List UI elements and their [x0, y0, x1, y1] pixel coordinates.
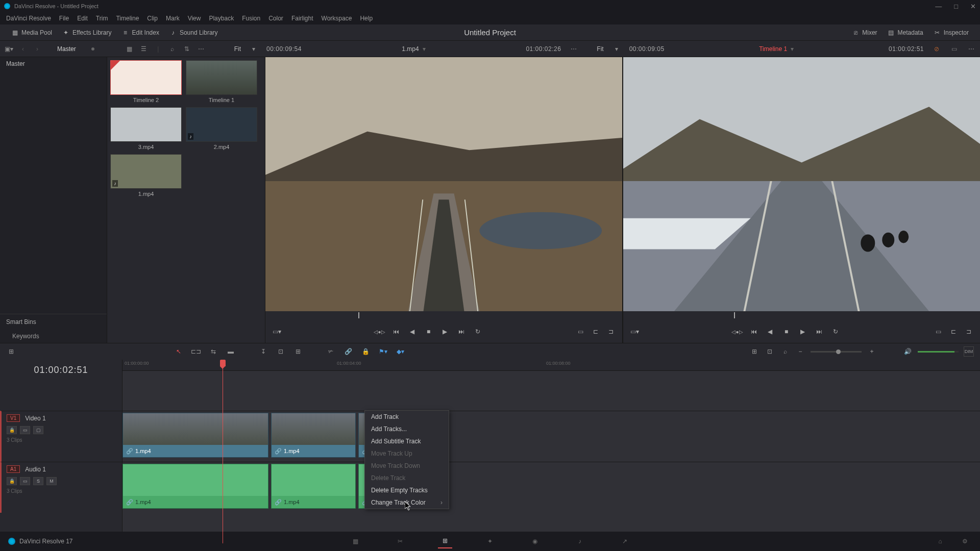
effects-library-button[interactable]: ✦ Effects Library — [57, 27, 116, 38]
overwrite-icon[interactable]: ⊡ — [276, 346, 286, 357]
source-scrubber[interactable] — [265, 311, 622, 320]
last-frame-icon[interactable]: ⏭ — [814, 327, 824, 337]
menu-clip[interactable]: Clip — [143, 15, 162, 22]
media-pool-button[interactable]: ▦ Media Pool — [6, 27, 57, 38]
menu-fusion[interactable]: Fusion — [238, 15, 264, 22]
disable-track-icon[interactable]: ▢ — [33, 426, 43, 434]
selection-tool-icon[interactable]: ↖ — [174, 346, 184, 357]
mark-in-icon[interactable]: ⊏ — [948, 327, 959, 337]
context-menu-item[interactable]: Add Subtitle Track — [365, 435, 449, 447]
audio-track-lane[interactable]: 🔗1.mp4🔗1.mp4🔗1.mp4 — [122, 462, 980, 510]
timeline-ruler[interactable]: 01:00:00:00 01:00:04:00 01:00:08:00 — [122, 360, 980, 371]
dim-button[interactable]: DIM — [964, 346, 974, 357]
menu-mark[interactable]: Mark — [162, 15, 184, 22]
program-viewer-image[interactable] — [623, 57, 980, 311]
zoom-full-icon[interactable]: ⊡ — [765, 346, 775, 357]
media-item[interactable]: Timeline 1 — [186, 60, 257, 103]
more-icon[interactable]: ⋯ — [197, 44, 206, 54]
mute-icon[interactable]: M — [46, 477, 57, 485]
mark-out-icon[interactable]: ⊐ — [964, 327, 974, 337]
smart-bins-header[interactable]: Smart Bins — [0, 314, 107, 330]
back-button[interactable]: ‹ — [18, 44, 28, 54]
video-track-lane[interactable]: 🔗1.mp4🔗1.mp4🔗1.mp4 — [122, 411, 980, 459]
volume-icon[interactable]: 🔊 — [902, 346, 913, 357]
metadata-button[interactable]: ▤ Metadata — [883, 27, 928, 38]
search-icon[interactable]: ⌕ — [168, 44, 177, 54]
stop-icon[interactable]: ■ — [424, 327, 434, 337]
context-menu-item[interactable]: Delete Empty Tracks — [365, 484, 449, 496]
menu-workspace[interactable]: Workspace — [317, 15, 356, 22]
zoom-in-icon[interactable]: + — [867, 346, 877, 357]
bypass-icon[interactable]: ⊘ — [932, 44, 941, 54]
program-fit-dropdown[interactable]: ▾ — [612, 44, 621, 54]
home-icon[interactable]: ⌂ — [933, 534, 947, 548]
loop-icon[interactable]: ↻ — [830, 327, 841, 337]
list-view-icon[interactable]: ☰ — [139, 44, 149, 54]
context-menu-item[interactable]: Add Tracks... — [365, 423, 449, 435]
volume-slider[interactable] — [918, 351, 959, 353]
menu-davinci[interactable]: DaVinci Resolve — [2, 15, 55, 22]
forward-button[interactable]: › — [33, 44, 42, 54]
context-menu-item[interactable]: Add Track — [365, 411, 449, 423]
video-track-header[interactable]: V1 Video 1 🔒 ▭ ▢ 3 Clips — [0, 411, 122, 462]
next-clip-icon[interactable]: ⏭ — [456, 327, 467, 337]
menu-view[interactable]: View — [184, 15, 205, 22]
source-fit[interactable]: Fit — [234, 45, 241, 53]
match-frame-icon[interactable]: ▭ — [575, 327, 585, 337]
master-bin[interactable]: Master — [0, 57, 107, 70]
replace-icon[interactable]: ⊞ — [293, 346, 303, 357]
settings-icon[interactable]: ⚙ — [958, 534, 972, 548]
mark-in-icon[interactable]: ⊏ — [591, 327, 601, 337]
menu-edit[interactable]: Edit — [73, 15, 92, 22]
mixer-button[interactable]: ⎚ Mixer — [847, 27, 882, 38]
menu-fairlight[interactable]: Fairlight — [287, 15, 317, 22]
blade-edit-icon[interactable]: ✃ — [326, 346, 336, 357]
match-frame-icon[interactable]: ▭ — [933, 327, 943, 337]
play-icon[interactable]: ▶ — [798, 327, 808, 337]
keywords-bin[interactable]: Keywords — [0, 330, 107, 343]
audio-track-badge[interactable]: A1 — [7, 465, 20, 473]
dynamic-trim-icon[interactable]: ⇆ — [208, 346, 218, 357]
audio-clip[interactable]: 🔗1.mp4 — [271, 464, 356, 509]
inspector-button[interactable]: ✂ Inspector — [928, 27, 974, 38]
menu-help[interactable]: Help — [356, 15, 377, 22]
loop-icon[interactable]: ↻ — [473, 327, 483, 337]
blade-tool-icon[interactable]: ▬ — [226, 346, 236, 357]
menu-trim[interactable]: Trim — [92, 15, 112, 22]
trim-tool-icon[interactable]: ⊏⊐ — [191, 346, 201, 357]
video-track-badge[interactable]: V1 — [7, 414, 20, 422]
sort-icon[interactable]: ⇅ — [182, 44, 191, 54]
cut-page-icon[interactable]: ✂ — [393, 534, 407, 548]
menu-playback[interactable]: Playback — [205, 15, 238, 22]
fit-dropdown-icon[interactable]: ▾ — [249, 44, 258, 54]
slow-reverse-icon[interactable]: ◁●▷ — [375, 327, 385, 337]
menu-timeline[interactable]: Timeline — [112, 15, 143, 22]
context-menu-item[interactable]: Change Track Color — [365, 496, 449, 509]
fusion-page-icon[interactable]: ✦ — [483, 534, 497, 548]
more-source-icon[interactable]: ⋯ — [569, 44, 578, 54]
zoom-icon[interactable]: ⊞ — [749, 346, 760, 357]
maximize-button[interactable]: □ — [954, 3, 958, 10]
sound-library-button[interactable]: ♪ Sound Library — [164, 27, 223, 38]
fairlight-page-icon[interactable]: ♪ — [573, 534, 587, 548]
play-reverse-icon[interactable]: ◀ — [765, 327, 775, 337]
mark-out-icon[interactable]: ⊐ — [606, 327, 616, 337]
single-viewer-icon[interactable]: ▭ — [949, 44, 959, 54]
edit-page-icon[interactable]: ⊞ — [438, 534, 452, 548]
lock-audio-icon[interactable]: 🔒 — [7, 477, 17, 485]
auto-select-audio-icon[interactable]: ▭ — [20, 477, 30, 485]
clip-dropdown-icon[interactable]: ▾ — [423, 45, 426, 53]
edit-index-button[interactable]: ≡ Edit Index — [117, 27, 164, 38]
zoom-out-icon[interactable]: − — [795, 346, 805, 357]
media-item[interactable]: ♪1.mp4 — [110, 154, 182, 197]
menu-file[interactable]: File — [55, 15, 73, 22]
more-program-icon[interactable]: ⋯ — [967, 44, 976, 54]
video-clip[interactable]: 🔗1.mp4 — [122, 413, 268, 458]
deliver-page-icon[interactable]: ↗ — [618, 534, 632, 548]
stop-icon[interactable]: ■ — [781, 327, 792, 337]
thumbnail-view-icon[interactable]: ▦ — [125, 44, 134, 54]
media-item[interactable]: 3.mp4 — [110, 107, 182, 150]
timeline-view-options-icon[interactable]: ⊞ — [6, 346, 16, 357]
first-frame-icon[interactable]: ⏮ — [749, 327, 759, 337]
prev-clip-icon[interactable]: ⏮ — [391, 327, 401, 337]
